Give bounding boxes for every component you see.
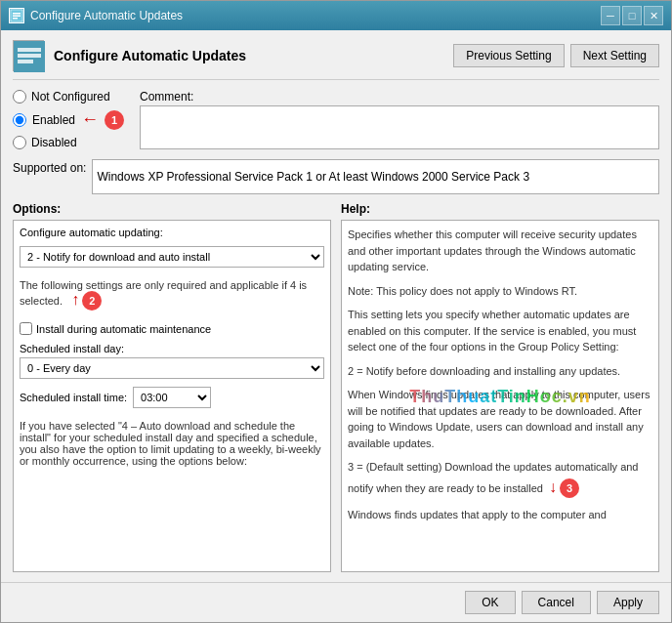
note-span: The following settings are only required… [20,279,307,307]
supported-label: Supported on: [13,159,86,175]
configure-label: Configure automatic updating: [20,227,324,238]
help-scroll[interactable]: ThuThuatTinHoc.vn Specifies whether this… [341,220,659,572]
supported-text: Windows XP Professional Service Pack 1 o… [97,170,529,184]
annotation-badge-3: 3 [560,478,579,498]
svg-rect-5 [18,48,41,52]
svg-rect-2 [13,16,21,18]
comment-label: Comment: [140,90,659,104]
comment-section: Comment: [140,90,659,149]
help-para-3: 2 = Notify before downloading and instal… [348,363,652,380]
options-panel-box: Configure automatic updating: 2 - Notify… [13,220,331,572]
dialog-content: Configure Automatic Updates Previous Set… [1,30,671,582]
header-title: Configure Automatic Updates [54,48,443,63]
checkbox-label: Install during automatic maintenance [36,323,211,335]
options-title: Options: [13,202,331,216]
help-para-0: Specifies whether this computer will rec… [348,227,652,275]
middle-section: Not Configured Enabled ← 1 Disabled Comm… [13,90,659,149]
enabled-radio[interactable] [13,113,26,127]
panels-area: Options: Configure automatic updating: 2… [13,202,659,572]
arrow-icon: ← [81,109,99,130]
next-setting-button[interactable]: Next Setting [570,44,659,67]
not-configured-option[interactable]: Not Configured [13,90,130,104]
not-configured-label: Not Configured [31,90,110,104]
prev-setting-button[interactable]: Previous Setting [453,44,564,67]
arrow3-icon: ↓ [549,478,557,495]
disabled-label: Disabled [31,136,77,149]
enabled-option[interactable]: Enabled ← 1 [13,109,130,130]
maintenance-checkbox[interactable] [20,322,32,335]
main-window: Configure Automatic Updates ─ □ ✕ Config… [0,0,672,623]
checkbox-row: Install during automatic maintenance [20,322,324,335]
svg-rect-7 [18,60,33,63]
svg-rect-6 [18,54,41,58]
help-para-1: Note: This policy does not apply to Wind… [348,283,652,300]
apply-button[interactable]: Apply [597,591,659,614]
header-icon [13,40,44,71]
enabled-label: Enabled [32,113,75,127]
annotation-badge-1: 1 [105,110,124,130]
header-buttons: Previous Setting Next Setting [453,44,659,67]
window-title: Configure Automatic Updates [30,9,183,22]
title-bar-controls: ─ □ ✕ [601,6,663,25]
window-icon [9,8,24,23]
header-section: Configure Automatic Updates Previous Set… [13,40,659,80]
dialog-footer: OK Cancel Apply [1,582,671,622]
help-para-2: This setting lets you specify whether au… [348,307,652,355]
schedule-time-row: Scheduled install time: 03:00 [20,387,324,408]
help-title: Help: [341,202,659,216]
close-button[interactable]: ✕ [644,6,663,25]
comment-textarea[interactable] [140,105,659,149]
schedule-day-dropdown[interactable]: 0 - Every day [20,357,324,379]
note-text: The following settings are only required… [20,279,324,311]
options-panel: Options: Configure automatic updating: 2… [13,202,331,572]
supported-section: Supported on: Windows XP Professional Se… [13,159,659,194]
auto-update-dropdown[interactable]: 2 - Notify for download and auto install [20,246,324,268]
svg-rect-1 [13,13,21,15]
disabled-option[interactable]: Disabled [13,136,130,149]
help-text-content: Specifies whether this computer will rec… [348,227,652,522]
configure-updating-label: Configure automatic updating: [20,227,163,238]
schedule-time-label: Scheduled install time: [20,392,127,403]
svg-rect-3 [13,18,18,20]
options-scroll[interactable]: Configure automatic updating: 2 - Notify… [14,221,330,571]
help-para-6: Windows finds updates that apply to the … [348,507,652,523]
help-para-4: When Windows finds updates that apply to… [348,387,652,451]
radio-group: Not Configured Enabled ← 1 Disabled [13,90,130,149]
title-bar-left: Configure Automatic Updates [9,8,183,23]
schedule-day-label: Scheduled install day: [20,343,324,354]
annotation-badge-2: 2 [82,291,102,311]
ok-button[interactable]: OK [465,591,515,614]
cancel-button[interactable]: Cancel [522,591,591,614]
maximize-button[interactable]: □ [622,6,642,25]
schedule-day-row: Scheduled install day: 0 - Every day [20,343,324,379]
not-configured-radio[interactable] [13,90,26,104]
footer-text: If you have selected "4 – Auto download … [20,420,324,467]
help-panel: Help: ThuThuatTinHoc.vn Specifies whethe… [341,202,659,572]
schedule-time-dropdown[interactable]: 03:00 [133,387,211,408]
supported-value: Windows XP Professional Service Pack 1 o… [92,159,659,194]
title-bar: Configure Automatic Updates ─ □ ✕ [1,1,671,30]
disabled-radio[interactable] [13,136,26,149]
arrow2-icon: ↑ [71,291,79,308]
help-para-5: 3 = (Default setting) Download the updat… [348,459,652,499]
minimize-button[interactable]: ─ [601,6,620,25]
options-inner: Configure automatic updating: 2 - Notify… [20,227,324,471]
